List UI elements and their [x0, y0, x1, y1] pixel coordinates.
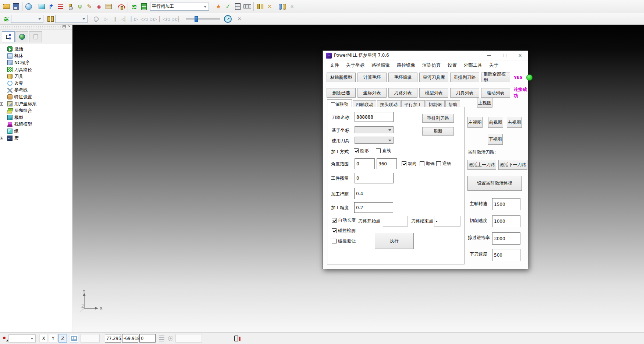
toolpath-strategies-icon[interactable]: [104, 2, 113, 11]
expand-icon[interactable]: [0, 137, 3, 140]
strategy-combobox[interactable]: 平行精加工: [150, 3, 209, 11]
axis-z-button[interactable]: Z: [58, 334, 67, 343]
collision-avoid-checkbox[interactable]: 碰撞避让: [332, 238, 356, 244]
stock-allowance-input[interactable]: 0: [355, 173, 394, 183]
bidirectional-checkbox[interactable]: 双向: [402, 161, 417, 167]
curve-editor-icon[interactable]: ✎: [85, 2, 94, 11]
refresh-button[interactable]: 刷新: [422, 127, 454, 136]
maximize-button[interactable]: [497, 51, 512, 60]
start-point-input[interactable]: [383, 216, 408, 227]
grid-toggle-button[interactable]: [70, 334, 78, 343]
coordinate-list-icon[interactable]: [159, 336, 164, 341]
mode-circle-checkbox[interactable]: 圆形: [354, 148, 369, 154]
cutting-feed-input[interactable]: 1000: [492, 215, 520, 227]
simulation-pause-icon[interactable]: [234, 336, 238, 341]
panel-window-icon[interactable]: [63, 25, 66, 28]
panel-grip[interactable]: ✕: [0, 25, 72, 30]
step-forward-icon[interactable]: ▏▷: [129, 14, 139, 24]
delete-all-models-button[interactable]: 删除全部模型: [481, 73, 510, 82]
view-front-button[interactable]: 前视图: [488, 117, 503, 128]
go-to-end-icon[interactable]: ▷▷▏: [171, 14, 183, 24]
view-bottom-button[interactable]: 下视图: [488, 134, 503, 145]
toolpath-list-button[interactable]: 刀路列表: [388, 88, 417, 98]
end-point-input[interactable]: -: [434, 216, 460, 227]
spindle-speed-input[interactable]: 1500: [492, 198, 520, 210]
toolpath-list-icon[interactable]: [139, 2, 149, 11]
execute-button[interactable]: 执行: [375, 233, 414, 249]
tool-list-button[interactable]: 刀具列表: [450, 88, 479, 98]
sim-tool-icon[interactable]: [46, 14, 55, 24]
close-button[interactable]: ✕: [512, 51, 528, 60]
conventional-mill-checkbox[interactable]: 逆铣: [436, 161, 451, 167]
axis-x-button[interactable]: X: [39, 334, 48, 343]
tree-item-groups[interactable]: 组: [0, 128, 72, 135]
probe-icon[interactable]: +: [168, 336, 173, 341]
step-back-icon[interactable]: ◁▏: [120, 14, 129, 24]
shaded-view-icon[interactable]: [24, 2, 33, 11]
menu-external-tools[interactable]: 外部工具: [464, 62, 482, 69]
holder-icon[interactable]: [278, 2, 287, 11]
stepover-input[interactable]: 0.4: [354, 188, 393, 199]
rewind-icon[interactable]: ◁◁: [139, 14, 149, 24]
menu-path-mirror[interactable]: 路径镜像: [397, 62, 415, 69]
dialog-titlebar[interactable]: PowerMILL 忆梦星河 7.0.6 ✕: [323, 51, 528, 60]
open-project-icon[interactable]: [1, 2, 11, 11]
menu-about[interactable]: 关于: [489, 62, 498, 69]
highlight-icon[interactable]: [91, 14, 101, 24]
play-icon[interactable]: ▷: [101, 14, 110, 24]
explorer-tab-tree[interactable]: [2, 31, 15, 42]
tree-item-feature-sets[interactable]: 特征设置: [0, 94, 72, 101]
activate-prev-toolpath-button[interactable]: 激活上一刀路: [467, 160, 496, 170]
use-tool-combobox[interactable]: [355, 137, 394, 144]
tree-item-stock-models[interactable]: 残留模型: [0, 121, 72, 128]
panel-close-icon[interactable]: ✕: [68, 25, 71, 28]
calculator-icon[interactable]: [233, 2, 242, 11]
set-active-path-button[interactable]: 设置当前激活路径: [467, 176, 522, 191]
auto-length-checkbox[interactable]: 自动长度: [332, 217, 356, 224]
tree-item-boundaries[interactable]: 边界: [0, 80, 72, 87]
nc-program-icon[interactable]: ★: [214, 2, 223, 11]
slider-handle[interactable]: [195, 16, 198, 22]
go-to-start-icon[interactable]: ▏◁◁: [158, 14, 171, 24]
explorer-tab-web[interactable]: [15, 31, 28, 42]
record-indicator-icon[interactable]: [2, 336, 8, 341]
statusbar-combobox[interactable]: [8, 334, 36, 343]
tree-item-models[interactable]: 模型: [0, 114, 72, 121]
sim-toolpath-combobox[interactable]: [11, 15, 43, 23]
toolbar-close-icon[interactable]: ✕: [287, 2, 297, 11]
simulation-time-icon[interactable]: [223, 14, 232, 24]
mirror-transform-icon[interactable]: ✕: [265, 2, 274, 11]
feed-rate-icon[interactable]: [56, 2, 65, 11]
tree-item-activate[interactable]: 激活: [0, 46, 72, 53]
save-project-icon[interactable]: [11, 2, 21, 11]
edit-block-button[interactable]: 毛坯编辑: [388, 73, 417, 82]
rapid-move-icon[interactable]: ↱: [46, 2, 56, 11]
collision-check-icon[interactable]: [117, 2, 126, 11]
leads-links-icon[interactable]: ∪: [75, 2, 85, 11]
tree-item-toolpaths[interactable]: 刀具路径: [0, 66, 72, 73]
block-icon[interactable]: [37, 2, 46, 11]
tree-item-levels-sets[interactable]: 层和组合: [0, 107, 72, 114]
sim-toolbar-close-icon[interactable]: ✕: [235, 14, 244, 24]
menu-render-sim[interactable]: 渲染仿真: [422, 62, 441, 69]
tree-item-machine[interactable]: 机床: [0, 53, 72, 60]
view-top-button[interactable]: 上视图: [477, 98, 492, 108]
climb-mill-checkbox[interactable]: 顺铣: [420, 161, 435, 167]
tolerance-field[interactable]: [175, 334, 202, 343]
tolerance-input[interactable]: 0.2: [354, 202, 393, 213]
toolpath-name-input[interactable]: 888888: [355, 112, 394, 122]
menu-path-edit[interactable]: 路径编辑: [371, 62, 390, 69]
minimize-button[interactable]: [481, 51, 497, 60]
pattern-icon[interactable]: ◈: [94, 2, 104, 11]
tree-item-workplanes[interactable]: 用户坐标系: [0, 101, 72, 108]
tree-item-tools[interactable]: 刀具: [0, 73, 72, 80]
view-left-button[interactable]: 左视图: [467, 117, 483, 128]
menu-coords[interactable]: 关于坐标: [346, 62, 364, 69]
calc-block-button[interactable]: 计算毛坯: [357, 73, 387, 82]
rearrange-button[interactable]: 重排列刀路: [422, 114, 454, 123]
drive-list-button[interactable]: 驱动列表: [481, 88, 510, 98]
sim-tool-combobox[interactable]: [55, 15, 88, 23]
based-coord-combobox[interactable]: [355, 126, 394, 133]
pause-icon[interactable]: ‖: [110, 14, 120, 24]
view-right-button[interactable]: 右视图: [507, 117, 522, 128]
